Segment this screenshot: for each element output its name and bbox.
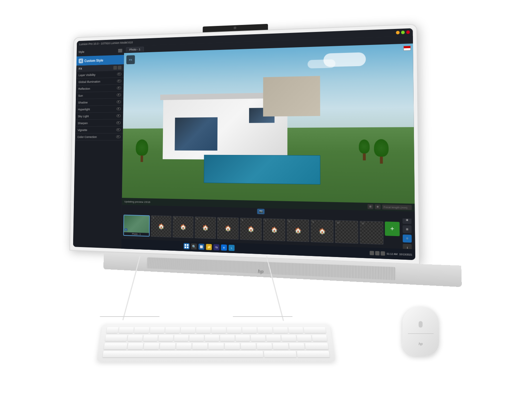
render-all-button[interactable]: ▦ bbox=[403, 225, 412, 233]
tray-icon-2[interactable] bbox=[375, 251, 380, 255]
key-t[interactable] bbox=[189, 335, 204, 341]
key-4[interactable] bbox=[165, 327, 180, 333]
filmstrip-slot-3[interactable]: 3 🏠 bbox=[173, 216, 194, 238]
filmstrip-slot-5[interactable]: 5 🏠 bbox=[217, 217, 239, 240]
eye-icon-layer-visibility[interactable] bbox=[117, 72, 121, 75]
key-i[interactable] bbox=[235, 335, 250, 341]
sidebar-item-vignette[interactable]: Vignette bbox=[75, 126, 123, 134]
fx-icon-2[interactable] bbox=[118, 66, 121, 70]
eye-icon-hyperlight[interactable] bbox=[117, 107, 121, 110]
key-enter[interactable] bbox=[305, 343, 329, 349]
fx-icon-1[interactable] bbox=[113, 66, 117, 70]
close-button[interactable] bbox=[406, 31, 410, 34]
sidebar-item-reflection[interactable]: Reflection bbox=[76, 84, 123, 92]
key-caps[interactable] bbox=[104, 343, 127, 349]
key-spacebar[interactable] bbox=[102, 351, 263, 357]
key-o[interactable] bbox=[251, 335, 265, 341]
key-8[interactable] bbox=[227, 327, 241, 333]
key-h[interactable] bbox=[208, 343, 224, 349]
key-s[interactable] bbox=[144, 343, 159, 349]
eye-icon-vignette[interactable] bbox=[116, 128, 121, 131]
key-5[interactable] bbox=[181, 327, 195, 333]
active-photo-thumbnail[interactable]: Photo - 1 1 bbox=[123, 215, 150, 237]
lumion-taskbar-button[interactable]: L bbox=[229, 245, 235, 251]
custom-style-button[interactable]: Custom Style bbox=[76, 55, 124, 66]
eye-icon-sun[interactable] bbox=[117, 93, 121, 96]
key-backslash[interactable] bbox=[312, 335, 327, 341]
mouse[interactable]: hp bbox=[402, 307, 439, 356]
key-g[interactable] bbox=[192, 343, 207, 349]
key-backspace[interactable] bbox=[304, 327, 326, 333]
eye-icon-global-illumination[interactable] bbox=[117, 79, 121, 82]
key-2[interactable] bbox=[134, 327, 149, 333]
key-3[interactable] bbox=[150, 327, 165, 333]
key-k[interactable] bbox=[241, 343, 256, 349]
add-photo-button[interactable]: + bbox=[385, 221, 400, 236]
settings-button[interactable]: ⚙ bbox=[403, 234, 412, 243]
eye-icon-sharpen[interactable] bbox=[116, 121, 121, 124]
key-alt[interactable] bbox=[264, 351, 297, 357]
key-j[interactable] bbox=[225, 343, 240, 349]
key-bracket-r[interactable] bbox=[297, 335, 312, 341]
maximize-button[interactable] bbox=[401, 31, 405, 34]
zoom-btn[interactable]: ⊕ bbox=[375, 204, 381, 209]
filmstrip-slot-4[interactable]: 4 🏠 bbox=[195, 216, 216, 239]
eye-icon-color-correction[interactable] bbox=[116, 135, 120, 138]
fx-overlay-button[interactable]: FX bbox=[126, 55, 135, 64]
key-f[interactable] bbox=[176, 343, 192, 349]
filmstrip-slot-6[interactable]: 6 🏠 bbox=[240, 218, 262, 240]
view-control-btn[interactable]: ⊞ bbox=[367, 204, 373, 209]
filmstrip-slot-2[interactable]: 2 🏠 bbox=[151, 215, 172, 237]
key-w[interactable] bbox=[143, 335, 158, 341]
menu-icon[interactable] bbox=[118, 49, 122, 52]
info-button[interactable]: ℹ bbox=[403, 244, 412, 249]
key-11[interactable] bbox=[273, 327, 288, 333]
key-ctrl[interactable] bbox=[297, 351, 330, 357]
start-button[interactable] bbox=[184, 243, 190, 249]
search-taskbar-button[interactable]: 🔍 bbox=[191, 243, 197, 250]
key-10[interactable] bbox=[258, 327, 273, 333]
key-q[interactable] bbox=[128, 335, 143, 341]
folder-taskbar-button[interactable]: 📁 bbox=[206, 244, 212, 250]
filmstrip-slot-9[interactable]: 9 🏠 bbox=[311, 219, 333, 243]
key-12[interactable] bbox=[288, 327, 303, 333]
key-9[interactable] bbox=[242, 327, 257, 333]
filmstrip-slot-11[interactable]: 11 bbox=[360, 221, 384, 244]
key-fn[interactable] bbox=[106, 327, 118, 333]
sidebar-item-color-correction[interactable]: Color Correction bbox=[75, 133, 123, 140]
minimize-button[interactable] bbox=[396, 31, 400, 35]
focal-length-input[interactable] bbox=[382, 204, 412, 210]
key-1[interactable] bbox=[119, 327, 134, 333]
tray-icon-3[interactable] bbox=[381, 251, 385, 256]
eye-icon-sky-light[interactable] bbox=[116, 114, 121, 117]
key-semi[interactable] bbox=[273, 343, 289, 349]
key-quote[interactable] bbox=[289, 343, 305, 349]
sidebar-item-hyperlight[interactable]: Hyperlight bbox=[75, 105, 123, 113]
filmstrip-slot-7[interactable]: 7 🏠 bbox=[263, 218, 285, 241]
key-l[interactable] bbox=[257, 343, 272, 349]
eye-icon-reflection[interactable] bbox=[117, 86, 121, 89]
task-view-button[interactable]: ⬜ bbox=[199, 244, 204, 250]
photo-tab[interactable]: Photo - 1 bbox=[126, 47, 144, 52]
mouse-scroll-wheel[interactable] bbox=[419, 321, 423, 328]
sidebar-item-shadow[interactable]: Shadow bbox=[76, 98, 124, 106]
filmstrip-slot-10[interactable]: 10 bbox=[335, 220, 358, 244]
sidebar-item-sun[interactable]: Sun bbox=[76, 91, 123, 99]
camera-snap-button[interactable]: 📷 bbox=[257, 209, 264, 214]
key-tab[interactable] bbox=[105, 335, 127, 341]
key-bracket-l[interactable] bbox=[281, 335, 296, 341]
key-r[interactable] bbox=[174, 335, 189, 341]
key-6[interactable] bbox=[196, 327, 211, 333]
key-e[interactable] bbox=[159, 335, 174, 341]
key-7[interactable] bbox=[211, 327, 226, 333]
key-d[interactable] bbox=[160, 343, 176, 349]
edge-taskbar-button[interactable]: e bbox=[221, 244, 227, 251]
key-y[interactable] bbox=[205, 335, 219, 341]
sidebar-item-sharpen[interactable]: Sharpen bbox=[75, 119, 123, 127]
store-taskbar-button[interactable]: 🛍 bbox=[213, 244, 219, 250]
key-a[interactable] bbox=[127, 343, 143, 349]
eye-icon-shadow[interactable] bbox=[117, 100, 121, 103]
keyboard[interactable] bbox=[97, 324, 335, 362]
filmstrip-slot-8[interactable]: 8 🏠 bbox=[287, 219, 309, 242]
key-p[interactable] bbox=[266, 335, 281, 341]
